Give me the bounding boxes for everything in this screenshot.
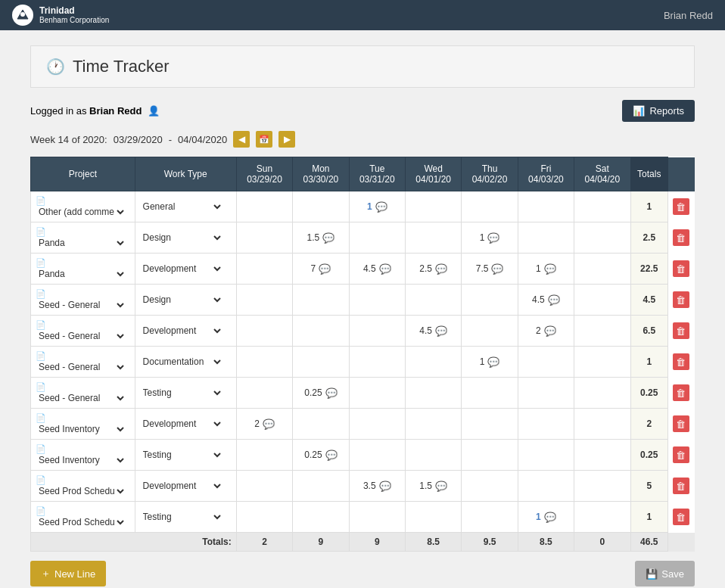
project-cell[interactable]: 📄 Seed Inventory [31,440,135,471]
delete-button[interactable]: 🗑 [673,260,689,277]
worktype-cell[interactable]: Testing [135,502,236,533]
day-cell-sat[interactable] [574,222,630,254]
save-button[interactable]: 💾 Save [635,561,695,586]
day-cell-sat[interactable] [574,285,630,316]
delete-button[interactable]: 🗑 [673,446,689,463]
worktype-select[interactable]: Design [140,294,223,306]
worktype-select[interactable]: Development [140,263,223,275]
delete-button[interactable]: 🗑 [673,198,689,215]
day-cell-tue[interactable] [349,347,405,378]
delete-cell[interactable]: 🗑 [667,471,694,502]
day-cell-fri[interactable] [518,471,574,502]
day-cell-tue[interactable]: 3.5 💬 [349,471,405,502]
comment-icon[interactable]: 💬 [379,263,391,275]
day-cell-fri[interactable] [518,191,574,222]
day-cell-sun[interactable] [236,471,292,502]
project-select[interactable]: Panda [36,268,126,280]
week-calendar-button[interactable]: 📅 [256,131,272,148]
comment-icon[interactable]: 💬 [487,232,499,244]
comment-icon[interactable]: 💬 [544,512,556,523]
project-select[interactable]: Seed Inventory [36,423,126,435]
project-cell[interactable]: 📄 Seed - General [31,378,135,409]
day-cell-sun[interactable]: 2 💬 [236,409,292,440]
day-cell-sun[interactable] [236,191,292,222]
day-cell-tue[interactable] [349,222,405,254]
project-select[interactable]: Seed - General [36,392,126,404]
worktype-cell[interactable]: Design [135,285,236,316]
worktype-cell[interactable]: Development [135,409,236,440]
day-cell-thu[interactable] [462,471,518,502]
worktype-select[interactable]: Development [140,325,223,337]
day-cell-fri[interactable] [518,409,574,440]
day-cell-sun[interactable] [236,222,292,254]
delete-cell[interactable]: 🗑 [667,285,694,316]
project-cell[interactable]: 📄 Seed Prod Scheduling [31,502,135,533]
day-cell-sun[interactable] [236,254,292,285]
worktype-cell[interactable]: Development [135,316,236,347]
day-cell-mon[interactable] [293,316,349,347]
comment-icon[interactable]: 💬 [544,263,556,275]
day-cell-sat[interactable] [574,471,630,502]
delete-button[interactable]: 🗑 [673,384,689,401]
project-select[interactable]: Seed - General [36,330,126,342]
delete-button[interactable]: 🗑 [673,353,689,370]
delete-button[interactable]: 🗑 [673,229,689,246]
project-cell[interactable]: 📄 Seed Prod Scheduling [31,471,135,502]
worktype-select[interactable]: Testing [140,387,223,399]
day-cell-fri[interactable]: 1 💬 [518,502,574,533]
day-cell-mon[interactable]: 1.5 💬 [293,222,349,254]
project-cell[interactable]: 📄 Panda [31,254,135,285]
day-cell-mon[interactable] [293,347,349,378]
worktype-select[interactable]: Development [140,480,223,492]
day-cell-sun[interactable] [236,440,292,471]
day-cell-tue[interactable]: 4.5 💬 [349,254,405,285]
day-cell-sun[interactable] [236,378,292,409]
delete-button[interactable]: 🗑 [673,509,689,525]
comment-icon[interactable]: 💬 [544,325,556,337]
day-cell-thu[interactable] [462,191,518,222]
comment-icon[interactable]: 💬 [263,418,275,430]
project-select[interactable]: Other (add comment) [36,206,126,218]
day-cell-wed[interactable]: 4.5 💬 [405,316,461,347]
day-cell-sat[interactable] [574,191,630,222]
day-cell-wed[interactable] [405,285,461,316]
day-cell-wed[interactable] [405,440,461,471]
day-cell-wed[interactable] [405,347,461,378]
delete-cell[interactable]: 🗑 [667,409,694,440]
delete-cell[interactable]: 🗑 [667,222,694,254]
day-cell-sun[interactable] [236,316,292,347]
day-cell-mon[interactable]: 0.25 💬 [293,378,349,409]
project-cell[interactable]: 📄 Seed - General [31,285,135,316]
day-cell-wed[interactable]: 1.5 💬 [405,471,461,502]
worktype-cell[interactable]: Design [135,222,236,254]
day-cell-sat[interactable] [574,254,630,285]
day-cell-tue[interactable] [349,409,405,440]
day-cell-thu[interactable] [462,440,518,471]
day-cell-sun[interactable] [236,502,292,533]
day-cell-sun[interactable] [236,285,292,316]
delete-button[interactable]: 🗑 [673,415,689,432]
day-cell-fri[interactable] [518,347,574,378]
day-cell-wed[interactable] [405,222,461,254]
day-cell-mon[interactable] [293,191,349,222]
comment-icon[interactable]: 💬 [435,325,447,337]
delete-cell[interactable]: 🗑 [667,440,694,471]
worktype-select[interactable]: Testing [140,511,223,523]
day-cell-sat[interactable] [574,378,630,409]
day-cell-mon[interactable]: 7 💬 [293,254,349,285]
day-cell-mon[interactable] [293,285,349,316]
reports-button[interactable]: 📊 Reports [622,100,695,122]
day-cell-fri[interactable]: 2 💬 [518,316,574,347]
project-select[interactable]: Seed - General [36,299,126,311]
day-cell-tue[interactable] [349,285,405,316]
day-cell-sat[interactable] [574,347,630,378]
delete-cell[interactable]: 🗑 [667,191,694,222]
delete-cell[interactable]: 🗑 [667,254,694,285]
delete-cell[interactable]: 🗑 [667,316,694,347]
delete-button[interactable]: 🗑 [673,291,689,308]
delete-button[interactable]: 🗑 [673,322,689,339]
day-cell-thu[interactable] [462,378,518,409]
project-select[interactable]: Seed Prod Scheduling [36,516,126,528]
worktype-select[interactable]: Development [140,418,223,430]
day-cell-tue[interactable] [349,316,405,347]
